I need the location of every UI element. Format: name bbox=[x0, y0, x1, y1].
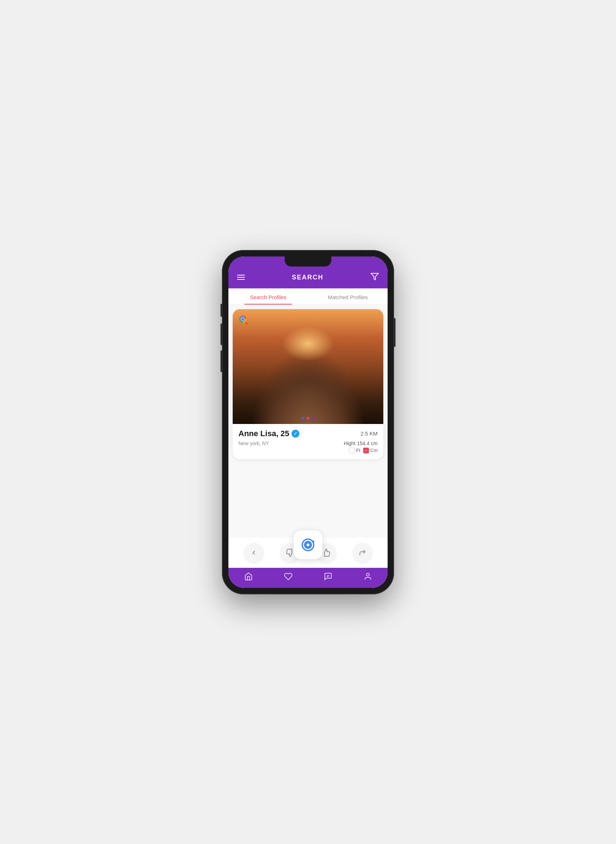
profile-photo-bg bbox=[233, 309, 383, 424]
tab-search-profiles[interactable]: Search Profiles bbox=[229, 288, 308, 305]
unit-ft-option[interactable]: Ft bbox=[349, 448, 360, 454]
profile-name: Anne Lisa, 25 bbox=[238, 429, 289, 438]
image-dots bbox=[302, 417, 314, 420]
app-logo-button[interactable] bbox=[294, 530, 322, 559]
profile-card: Anne Lisa, 25 ✓ 2.5 KM New york, NY High… bbox=[233, 309, 383, 459]
back-button[interactable] bbox=[245, 543, 263, 562]
ft-label: Ft bbox=[356, 448, 360, 453]
unit-toggle-row: Ft ✓ Cm bbox=[238, 448, 378, 454]
tab-matched-profiles[interactable]: Matched Profiles bbox=[308, 288, 387, 305]
unit-cm-option[interactable]: ✓ Cm bbox=[363, 448, 378, 454]
search-icon[interactable] bbox=[238, 314, 251, 327]
cm-checkbox[interactable]: ✓ bbox=[363, 448, 369, 454]
filter-icon[interactable] bbox=[370, 272, 379, 283]
notch bbox=[285, 257, 331, 267]
verified-badge: ✓ bbox=[292, 430, 299, 437]
svg-point-12 bbox=[312, 540, 314, 543]
cm-label: Cm bbox=[370, 448, 378, 453]
side-button-vol-up bbox=[220, 323, 222, 345]
dot-2[interactable] bbox=[307, 417, 309, 420]
distance-text: 2.5 KM bbox=[360, 430, 378, 436]
svg-point-15 bbox=[367, 573, 369, 576]
phone-screen: SEARCH Search Profiles Matched Profiles bbox=[229, 257, 387, 588]
ft-checkbox[interactable] bbox=[349, 448, 355, 454]
header-title: SEARCH bbox=[292, 274, 323, 281]
hamburger-menu-icon[interactable] bbox=[237, 275, 245, 280]
tab-bar: Search Profiles Matched Profiles bbox=[229, 288, 387, 305]
location-text: New york, NY bbox=[238, 440, 269, 446]
dot-3[interactable] bbox=[312, 417, 314, 420]
side-button-mute bbox=[220, 304, 222, 317]
share-button[interactable] bbox=[353, 543, 372, 562]
main-content: Anne Lisa, 25 ✓ 2.5 KM New york, NY High… bbox=[229, 305, 387, 538]
location-height-row: New york, NY Hight 154.4 cm bbox=[238, 440, 378, 446]
name-badge: Anne Lisa, 25 ✓ bbox=[238, 429, 299, 438]
bottom-navigation bbox=[229, 568, 387, 588]
height-text: Hight 154.4 cm bbox=[344, 440, 378, 446]
nav-favorites[interactable] bbox=[284, 572, 293, 581]
dot-1[interactable] bbox=[302, 417, 304, 420]
nav-profile[interactable] bbox=[364, 572, 372, 581]
side-button-vol-down bbox=[220, 351, 222, 372]
svg-line-5 bbox=[245, 321, 248, 324]
nav-home[interactable] bbox=[244, 572, 253, 581]
action-buttons-row bbox=[229, 538, 387, 568]
svg-point-10 bbox=[307, 543, 309, 546]
nav-messages[interactable] bbox=[324, 572, 332, 581]
profile-info: Anne Lisa, 25 ✓ 2.5 KM New york, NY High… bbox=[233, 424, 383, 459]
svg-marker-0 bbox=[371, 273, 378, 280]
side-button-power bbox=[394, 318, 396, 347]
svg-point-6 bbox=[241, 318, 244, 321]
profile-image[interactable] bbox=[233, 309, 383, 424]
phone-wrapper: SEARCH Search Profiles Matched Profiles bbox=[222, 250, 394, 594]
name-distance-row: Anne Lisa, 25 ✓ 2.5 KM bbox=[238, 429, 378, 438]
